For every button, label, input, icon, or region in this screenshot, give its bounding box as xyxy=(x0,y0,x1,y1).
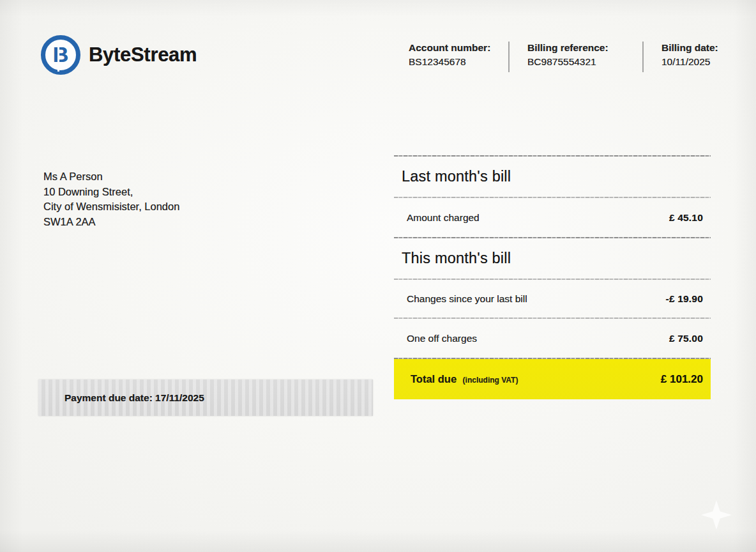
meta-value: BC9875554321 xyxy=(527,55,626,69)
row-rule xyxy=(394,279,711,280)
scan-artifact-sparkle xyxy=(701,500,732,530)
bill-row-one-off-charges: One off charges £ 75.00 xyxy=(394,319,711,358)
bill-row-changes: Changes since your last bill -£ 19.90 xyxy=(394,280,711,318)
meta-billing-date: Billing date: 10/11/2025 xyxy=(662,41,718,69)
payment-due-banner: Payment due date: 17/11/2025 xyxy=(38,379,373,416)
bill-row-value: £ 45.10 xyxy=(669,212,703,224)
address-line: SW1A 2AA xyxy=(43,215,179,230)
bill-row-label: Amount charged xyxy=(407,212,480,224)
bill-row-value: -£ 19.90 xyxy=(666,293,703,305)
billing-meta: Account number: BS12345678 Billing refer… xyxy=(409,41,718,72)
total-due-note: (including VAT) xyxy=(463,376,518,385)
section-title-this-month: This month's bill xyxy=(394,238,711,279)
header-brand: B ByteStream xyxy=(41,35,197,75)
logo-gap-stripe xyxy=(57,47,59,72)
bill-row-amount-charged: Amount charged £ 45.10 xyxy=(394,198,711,237)
payment-due-text: Payment due date: 17/11/2025 xyxy=(64,392,204,404)
bill-summary: Last month's bill Amount charged £ 45.10… xyxy=(394,155,711,399)
meta-billing-reference: Billing reference: BC9875554321 xyxy=(527,41,626,69)
row-rule xyxy=(394,318,711,319)
address-line: City of Wensmisister, London xyxy=(43,199,179,215)
total-due-label-group: Total due (including VAT) xyxy=(411,373,518,385)
meta-label: Account number: xyxy=(409,41,508,55)
divider xyxy=(508,42,510,72)
bill-row-value: £ 75.00 xyxy=(669,333,703,344)
logo-letter: B xyxy=(53,43,69,65)
meta-value: 10/11/2025 xyxy=(662,55,718,69)
address-line: 10 Downing Street, xyxy=(43,185,179,200)
section-title-last-month: Last month's bill xyxy=(394,157,711,197)
meta-account-number: Account number: BS12345678 xyxy=(409,41,508,69)
total-due-label: Total due xyxy=(411,373,457,385)
brand-name: ByteStream xyxy=(89,43,197,66)
total-rule xyxy=(394,358,711,359)
meta-label: Billing date: xyxy=(662,41,718,55)
bytestream-logo-icon: B xyxy=(41,35,80,75)
meta-value: BS12345678 xyxy=(409,55,508,69)
section-rule xyxy=(394,237,711,238)
bill-row-label: Changes since your last bill xyxy=(407,293,527,305)
divider xyxy=(642,42,644,72)
meta-label: Billing reference: xyxy=(527,41,626,55)
total-due-value: £ 101.20 xyxy=(661,373,703,386)
address-line: Ms A Person xyxy=(43,169,179,185)
total-due-row: Total due (including VAT) £ 101.20 xyxy=(394,359,711,399)
recipient-address: Ms A Person 10 Downing Street, City of W… xyxy=(43,169,179,229)
section-rule xyxy=(394,155,711,157)
row-rule xyxy=(394,197,711,198)
bill-row-label: One off charges xyxy=(407,333,477,344)
